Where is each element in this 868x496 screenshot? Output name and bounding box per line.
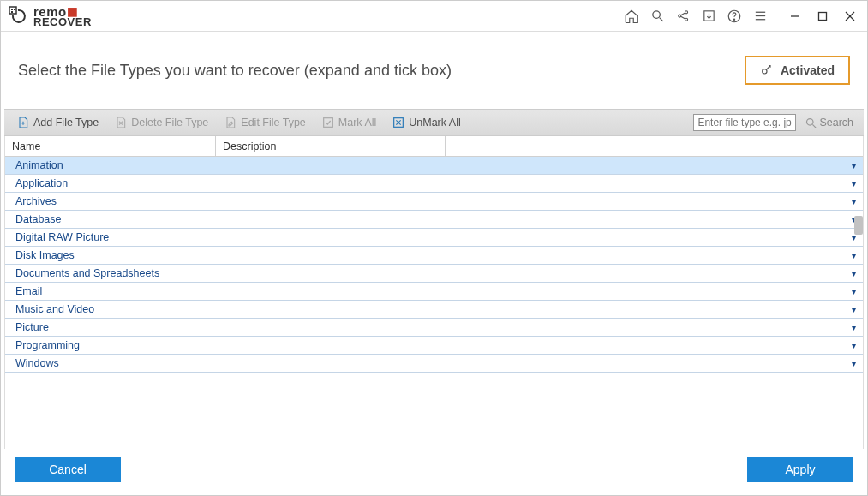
svg-line-9 — [680, 13, 685, 15]
row-name: Database — [5, 213, 216, 225]
share-icon[interactable] — [670, 3, 696, 29]
svg-rect-2 — [14, 9, 15, 10]
row-name: Windows — [5, 357, 216, 369]
table-row[interactable]: Music and Video▾ — [5, 301, 863, 319]
row-name: Archives — [5, 195, 216, 207]
maximize-icon[interactable] — [809, 3, 836, 29]
help-icon[interactable] — [721, 3, 747, 29]
minimize-icon[interactable] — [781, 3, 809, 29]
table-header: Name Description — [5, 136, 863, 157]
svg-rect-18 — [819, 12, 827, 20]
close-icon[interactable] — [836, 3, 864, 29]
table-row[interactable]: Windows▾ — [5, 355, 863, 373]
svg-line-5 — [659, 18, 662, 21]
search-button[interactable]: Search — [801, 115, 857, 131]
row-name: Music and Video — [5, 303, 216, 315]
activated-label: Activated — [781, 63, 835, 77]
search-icon[interactable] — [644, 3, 670, 29]
delete-file-icon — [114, 116, 128, 129]
logo-icon — [8, 5, 30, 27]
toolbar: Add File Type Delete File Type Edit File… — [4, 109, 864, 136]
row-name: Email — [5, 285, 216, 297]
row-name: Picture — [5, 321, 216, 333]
mark-all-button: Mark All — [316, 113, 381, 132]
delete-file-type-button: Delete File Type — [109, 113, 213, 132]
table-row[interactable]: Application▾ — [5, 175, 863, 193]
table-row[interactable]: Animation▾ — [5, 157, 863, 175]
row-name: Disk Images — [5, 249, 216, 261]
unmark-all-button[interactable]: UnMark All — [386, 113, 465, 132]
svg-point-4 — [652, 11, 660, 18]
search-icon — [805, 117, 817, 129]
svg-point-7 — [685, 11, 687, 14]
table-row[interactable]: Email▾ — [5, 283, 863, 301]
footer: Cancel Apply — [1, 449, 867, 495]
svg-rect-3 — [11, 11, 13, 13]
svg-rect-1 — [11, 9, 13, 10]
uncheck-icon — [392, 116, 405, 129]
table-row[interactable]: Documents and Spreadsheets▾ — [5, 265, 863, 283]
add-file-type-button[interactable]: Add File Type — [11, 113, 104, 132]
titlebar: remo■ RECOVER — [1, 1, 867, 32]
page-title: Select the File Types you want to recove… — [18, 62, 452, 80]
file-type-table: Name Description Animation▾Application▾A… — [4, 136, 864, 449]
svg-point-21 — [763, 69, 767, 74]
table-row[interactable]: Picture▾ — [5, 319, 863, 337]
table-body: Animation▾Application▾Archives▾Database▾… — [5, 157, 863, 449]
table-row[interactable]: Archives▾ — [5, 193, 863, 211]
home-icon[interactable] — [619, 3, 644, 29]
app-logo: remo■ RECOVER — [8, 5, 92, 27]
menu-icon[interactable] — [747, 3, 773, 29]
scrollbar[interactable] — [854, 164, 865, 429]
svg-line-31 — [813, 124, 817, 128]
table-row[interactable]: Database▾ — [5, 211, 863, 229]
page-header: Select the File Types you want to recove… — [1, 32, 867, 93]
svg-line-10 — [680, 16, 685, 19]
table-row[interactable]: Digital RAW Picture▾ — [5, 229, 863, 247]
table-row[interactable]: Programming▾ — [5, 337, 863, 355]
logo-text-line2: RECOVER — [33, 16, 92, 27]
row-name: Documents and Spreadsheets — [5, 267, 216, 279]
search-input[interactable] — [693, 114, 796, 131]
row-name: Digital RAW Picture — [5, 231, 216, 243]
row-name: Application — [5, 177, 216, 189]
row-name: Animation — [5, 159, 216, 171]
table-row[interactable]: Disk Images▾ — [5, 247, 863, 265]
column-description[interactable]: Description — [216, 136, 446, 156]
scrollbar-thumb[interactable] — [854, 216, 863, 235]
edit-file-type-button: Edit File Type — [218, 113, 311, 132]
row-name: Programming — [5, 339, 216, 351]
svg-point-8 — [685, 18, 687, 21]
activated-button[interactable]: Activated — [745, 56, 850, 85]
import-icon[interactable] — [696, 3, 721, 29]
cancel-button[interactable]: Cancel — [15, 457, 121, 482]
column-name[interactable]: Name — [5, 136, 216, 156]
svg-point-6 — [678, 15, 680, 17]
apply-button[interactable]: Apply — [747, 457, 853, 482]
titlebar-icons — [619, 3, 864, 29]
svg-point-30 — [807, 118, 814, 125]
check-icon — [321, 116, 335, 129]
svg-point-13 — [733, 19, 734, 20]
edit-file-icon — [224, 116, 237, 129]
key-icon — [760, 63, 774, 77]
svg-rect-26 — [323, 118, 332, 128]
add-file-icon — [16, 116, 30, 129]
